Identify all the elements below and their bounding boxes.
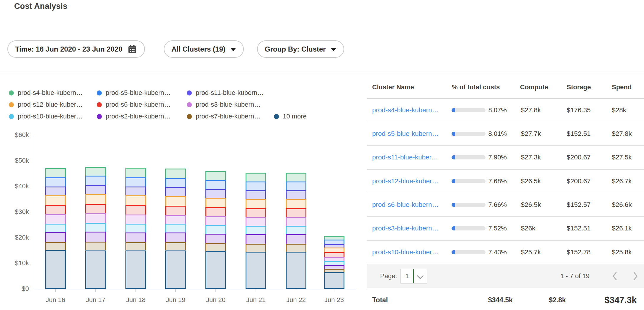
bar-segment[interactable] [324, 240, 344, 244]
bar-segment[interactable] [205, 234, 226, 243]
cluster-name-link[interactable]: prod-s10-blue-kuber… [372, 248, 439, 256]
bar-segment[interactable] [165, 187, 186, 196]
page-select[interactable]: 1 [401, 269, 427, 283]
bar-segment[interactable] [324, 261, 344, 265]
cluster-name-link[interactable]: prod-s3-blue-kubern… [372, 225, 439, 232]
bar-segment[interactable] [246, 226, 266, 234]
bar-segment[interactable] [205, 189, 226, 198]
bar-segment[interactable] [125, 168, 146, 177]
bar-segment[interactable] [324, 244, 344, 248]
legend-item[interactable]: prod-s4-blue-kubern… [9, 88, 83, 98]
bar-segment[interactable] [165, 250, 186, 289]
bar-segment[interactable] [205, 180, 226, 189]
next-page-button[interactable] [632, 271, 639, 281]
bar-segment[interactable] [246, 208, 266, 217]
bar-segment[interactable] [45, 242, 66, 250]
bar-segment[interactable] [286, 252, 306, 289]
bar-segment[interactable] [205, 251, 226, 289]
clusters-filter-button[interactable]: All Clusters (19) [164, 40, 244, 58]
bar-segment[interactable] [324, 252, 344, 257]
bar-segment[interactable] [324, 265, 344, 269]
bar-segment[interactable] [286, 173, 306, 182]
bar-segment[interactable] [165, 233, 186, 242]
bar-segment[interactable] [45, 168, 66, 177]
bar-segment[interactable] [286, 226, 306, 234]
bar-segment[interactable] [85, 204, 106, 213]
bar-segment[interactable] [205, 216, 226, 225]
bar-segment[interactable] [125, 233, 146, 242]
bar-segment[interactable] [286, 208, 306, 217]
bar-segment[interactable] [324, 236, 344, 240]
bar-segment[interactable] [45, 214, 66, 224]
bar-segment[interactable] [85, 213, 106, 222]
bar-segment[interactable] [165, 224, 186, 233]
cluster-name-link[interactable]: prod-s11-blue-kuber… [372, 154, 438, 161]
bar-segment[interactable] [324, 248, 344, 252]
bar-segment[interactable] [246, 252, 266, 289]
legend-item[interactable]: prod-s3-blue-kubern… [187, 100, 261, 110]
bar-segment[interactable] [125, 177, 146, 187]
bar-segment[interactable] [125, 195, 146, 205]
bar-segment[interactable] [45, 250, 66, 289]
bar-segment[interactable] [125, 242, 146, 250]
legend-item[interactable]: prod-s11-blue-kubern… [187, 88, 264, 98]
bar-segment[interactable] [165, 215, 186, 224]
legend-item[interactable]: 10 more [274, 111, 307, 121]
bar-segment[interactable] [165, 242, 186, 250]
cluster-name-link[interactable]: prod-s5-blue-kubern… [372, 130, 439, 138]
bar-segment[interactable] [165, 206, 186, 215]
bar-segment[interactable] [246, 244, 266, 252]
legend-item[interactable]: prod-s2-blue-kubern… [97, 111, 171, 121]
bar-segment[interactable] [125, 215, 146, 224]
time-filter-button[interactable]: Time: 16 Jun 2020 - 23 Jun 2020 [7, 40, 145, 58]
bar-segment[interactable] [324, 272, 344, 289]
bar-segment[interactable] [246, 190, 266, 199]
bar-segment[interactable] [246, 182, 266, 190]
cluster-name-link[interactable]: prod-s6-blue-kubern… [372, 201, 439, 209]
bar-segment[interactable] [205, 225, 226, 234]
bar-segment[interactable] [165, 169, 186, 178]
previous-page-button[interactable] [611, 271, 618, 281]
bar-segment[interactable] [205, 243, 226, 251]
bar-segment[interactable] [85, 176, 106, 185]
bar-segment[interactable] [85, 242, 106, 250]
cluster-name-link[interactable]: prod-s4-blue-kubern… [372, 106, 439, 114]
cluster-name-link[interactable]: prod-s12-blue-kuber… [372, 177, 439, 185]
bar-segment[interactable] [85, 232, 106, 242]
bar-segment[interactable] [324, 257, 344, 261]
bar-segment[interactable] [205, 198, 226, 207]
bar-segment[interactable] [85, 223, 106, 232]
bar-segment[interactable] [246, 234, 266, 244]
legend-item[interactable]: prod-s6-blue-kubern… [97, 100, 171, 110]
bar-segment[interactable] [45, 205, 66, 214]
bar-segment[interactable] [45, 195, 66, 205]
bar-segment[interactable] [85, 250, 106, 289]
bar-segment[interactable] [125, 187, 146, 195]
bar-segment[interactable] [286, 234, 306, 244]
bar-segment[interactable] [85, 194, 106, 204]
bar-segment[interactable] [286, 190, 306, 199]
bar-segment[interactable] [246, 173, 266, 182]
bar-segment[interactable] [246, 217, 266, 226]
bar-segment[interactable] [125, 205, 146, 214]
bar-segment[interactable] [286, 199, 306, 208]
bar-segment[interactable] [205, 207, 226, 216]
bar-segment[interactable] [45, 177, 66, 186]
bar-segment[interactable] [205, 171, 226, 180]
bar-segment[interactable] [246, 199, 266, 208]
bar-segment[interactable] [324, 269, 344, 272]
bar-segment[interactable] [45, 187, 66, 195]
bar-segment[interactable] [125, 224, 146, 233]
legend-item[interactable]: prod-s7-blue-kubern… [187, 111, 261, 121]
bar-segment[interactable] [45, 224, 66, 232]
group-by-filter-button[interactable]: Group By: Cluster [257, 40, 344, 58]
bar-segment[interactable] [286, 244, 306, 252]
bar-segment[interactable] [85, 167, 106, 176]
legend-item[interactable]: prod-s5-blue-kubern… [97, 88, 171, 98]
bar-segment[interactable] [125, 250, 146, 289]
bar-segment[interactable] [45, 232, 66, 242]
legend-item[interactable]: prod-s12-blue-kuber… [9, 100, 83, 110]
bar-segment[interactable] [85, 185, 106, 194]
bar-segment[interactable] [165, 196, 186, 206]
bar-segment[interactable] [286, 182, 306, 190]
